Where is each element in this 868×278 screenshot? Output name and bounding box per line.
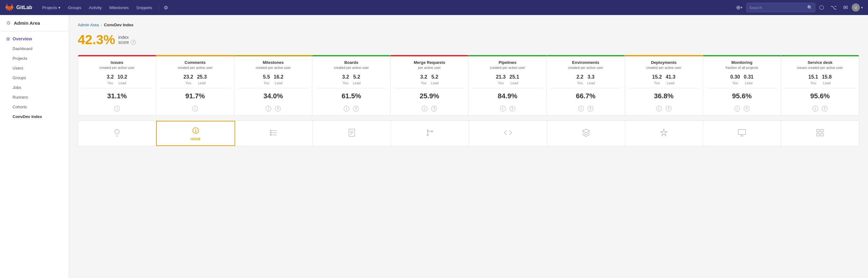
info-icon[interactable]: i xyxy=(578,106,584,111)
icon-card-doc[interactable] xyxy=(313,121,391,146)
sidebar-item-dashboard[interactable]: Dashboard xyxy=(0,44,69,54)
sidebar-item-users[interactable]: Users xyxy=(0,63,69,73)
logo-area[interactable]: GitLab xyxy=(5,3,32,12)
info-icon[interactable]: i xyxy=(656,106,662,111)
icon-card-deploy[interactable] xyxy=(625,121,703,146)
card-lead-label: Lead xyxy=(823,81,830,85)
help-icon[interactable]: ? xyxy=(744,106,749,111)
icon-card-merge[interactable] xyxy=(391,121,469,146)
card-subtitle: created per active user xyxy=(316,65,386,70)
card-you-label: You xyxy=(185,81,191,85)
nav-activity[interactable]: Activity xyxy=(85,0,105,15)
card-you-value: 5.5 xyxy=(263,74,270,80)
nav-groups[interactable]: Groups xyxy=(64,0,85,15)
info-icon[interactable]: i xyxy=(735,106,740,111)
card-lead-label: Lead xyxy=(198,81,206,85)
card-lead-label: Lead xyxy=(510,81,518,85)
card-you-label: You xyxy=(810,81,816,85)
main-content: Admin Area › ConvDev Index 42.3% index s… xyxy=(69,15,868,278)
svg-point-7 xyxy=(270,132,272,133)
todos-icon[interactable]: ✉ xyxy=(841,4,850,11)
nav-projects[interactable]: Projects ▾ xyxy=(38,0,64,15)
help-icon[interactable]: ? xyxy=(588,106,593,111)
nav-milestones[interactable]: Milestones xyxy=(105,0,132,15)
card-percentage: 61.5% xyxy=(312,88,390,104)
avatar[interactable]: U xyxy=(852,3,860,11)
card-values: 21.3 You 25.1 Lead xyxy=(468,72,546,88)
card-lead-value: 5.2 xyxy=(353,74,360,80)
info-icon[interactable]: i xyxy=(422,106,427,111)
help-icon[interactable]: ? xyxy=(353,106,359,111)
sidebar-item-projects[interactable]: Projects xyxy=(0,54,69,63)
sidebar-item-cohorts[interactable]: Cohorts xyxy=(0,102,69,112)
card-you-col: 2.2 You xyxy=(577,74,583,85)
card-percentage: 36.8% xyxy=(625,88,703,104)
card-header: Environments created per active user xyxy=(547,56,625,72)
card-footer: i ? xyxy=(234,104,312,115)
metric-card-0: Issues created per active user 3.2 You 1… xyxy=(78,55,156,115)
metric-card-4: Merge Requests per active user 3.2 You 5… xyxy=(391,55,468,115)
info-icon[interactable]: i xyxy=(192,106,198,111)
merge-requests-icon[interactable]: ⌥ xyxy=(828,4,839,11)
card-lead-label: Lead xyxy=(431,81,438,85)
index-score-help-icon[interactable]: ? xyxy=(131,40,136,45)
index-score-percentage: 42.3% xyxy=(78,32,115,47)
overview-section-header[interactable]: ⊞ Overview xyxy=(0,34,69,44)
search-box[interactable]: 🔍 xyxy=(746,3,815,12)
breadcrumb-parent[interactable]: Admin Area xyxy=(78,23,99,27)
icon-card-env[interactable] xyxy=(547,121,625,146)
nav-links: Projects ▾ Groups Activity Milestones Sn… xyxy=(38,0,156,15)
metric-card-3: Boards created per active user 3.2 You 5… xyxy=(312,55,391,115)
help-icon[interactable]: ? xyxy=(431,106,437,111)
card-you-value: 0.30 xyxy=(730,74,740,80)
info-icon[interactable]: i xyxy=(344,106,349,111)
card-percentage: 25.9% xyxy=(391,88,468,104)
card-you-label: You xyxy=(264,81,269,85)
wrench-icon[interactable]: ⚙ xyxy=(161,5,170,11)
card-values: 2.2 You 3.3 Lead xyxy=(547,72,625,88)
search-icon[interactable]: 🔍 xyxy=(807,5,812,10)
icon-card-list[interactable] xyxy=(235,121,313,146)
icon-card-grid[interactable] xyxy=(781,121,859,146)
help-icon[interactable]: ? xyxy=(509,106,515,111)
card-percentage: 95.6% xyxy=(781,88,859,104)
card-you-col: 23.2 You xyxy=(183,74,193,85)
metric-card-9: Service desk issues created per active u… xyxy=(781,55,859,115)
info-icon[interactable]: i xyxy=(812,106,818,111)
overview-label: Overview xyxy=(12,36,32,41)
icon-card-monitor[interactable] xyxy=(703,121,781,146)
help-icon[interactable]: ? xyxy=(822,106,828,111)
plus-button[interactable]: ⊕ ▾ xyxy=(734,4,745,11)
top-navigation: GitLab Projects ▾ Groups Activity Milest… xyxy=(0,0,868,15)
info-icon[interactable]: i xyxy=(500,106,506,111)
card-you-value: 15.2 xyxy=(652,74,662,80)
sidebar-item-groups[interactable]: Groups xyxy=(0,73,69,83)
search-input[interactable] xyxy=(749,5,805,10)
help-icon[interactable]: ? xyxy=(275,106,281,111)
card-footer: i ? xyxy=(781,104,859,115)
icon-card-issue[interactable]: ISSUE xyxy=(156,121,235,146)
icon-card-bulb[interactable] xyxy=(78,121,156,146)
info-icon[interactable]: i xyxy=(266,106,271,111)
sidebar-item-convdev[interactable]: ConvDev Index xyxy=(0,112,69,121)
card-values: 5.5 You 16.2 Lead xyxy=(234,72,312,88)
info-icon[interactable]: i xyxy=(114,106,120,111)
card-title: Service desk xyxy=(785,60,855,65)
card-subtitle: fraction of all projects xyxy=(707,65,777,70)
card-lead-label: Lead xyxy=(119,81,126,85)
svg-rect-21 xyxy=(817,134,819,136)
svg-rect-19 xyxy=(817,130,819,132)
issues-icon[interactable]: ⬡ xyxy=(816,4,827,11)
overview-grid-icon: ⊞ xyxy=(6,36,10,41)
card-values: 3.2 You 5.2 Lead xyxy=(391,72,468,88)
sidebar-item-runners[interactable]: Runners xyxy=(0,92,69,102)
card-title: Issues xyxy=(82,60,152,65)
avatar-chevron[interactable]: ▾ xyxy=(861,6,863,10)
icon-card-code[interactable] xyxy=(469,121,547,146)
metric-card-8: Monitoring fraction of all projects 0.30… xyxy=(703,55,781,115)
card-lead-col: 16.2 Lead xyxy=(274,74,283,85)
card-percentage: 95.6% xyxy=(703,88,781,104)
help-icon[interactable]: ? xyxy=(666,106,671,111)
sidebar-item-jobs[interactable]: Jobs xyxy=(0,83,69,92)
nav-snippets[interactable]: Snippets xyxy=(133,0,156,15)
